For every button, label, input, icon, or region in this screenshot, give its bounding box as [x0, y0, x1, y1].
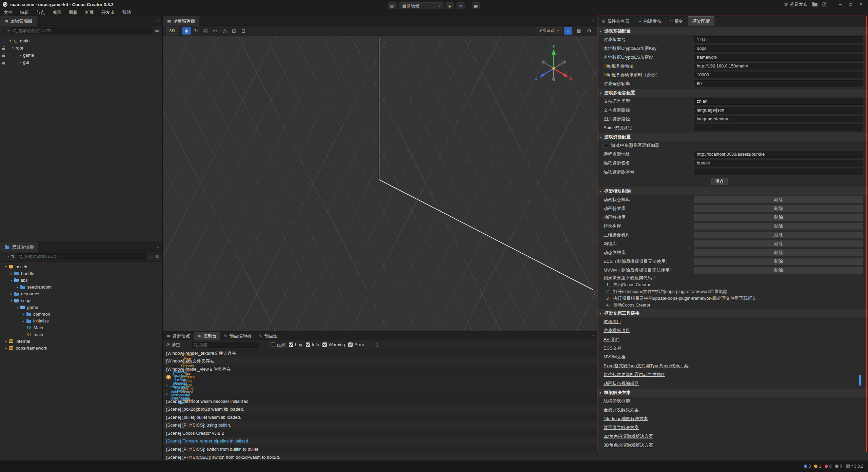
- tab-build-publish[interactable]: 构建发布: [634, 16, 666, 26]
- tab-service[interactable]: 服务: [666, 16, 688, 26]
- filter-log[interactable]: Log: [289, 342, 302, 347]
- field-input[interactable]: [694, 169, 863, 175]
- view-mode-dropdown[interactable]: 正常追踪 ▾: [535, 27, 562, 34]
- expand-arrow-icon[interactable]: [11, 46, 16, 50]
- hierarchy-search[interactable]: [11, 27, 153, 34]
- build-publish-button[interactable]: ⚒ 构建发布: [784, 1, 808, 7]
- tab-hierarchy[interactable]: ▤ 层级管理器: [0, 16, 37, 26]
- camera-preview-button[interactable]: ▦: [574, 27, 583, 35]
- menu-item[interactable]: 项目: [49, 9, 65, 16]
- tab-console[interactable]: ▣ 控制台: [194, 332, 220, 340]
- refresh-icon[interactable]: ↻: [156, 254, 159, 259]
- menu-item[interactable]: 帮助: [118, 9, 135, 16]
- log-file-icon[interactable]: ▯: [375, 342, 378, 347]
- 3d-toggle-button[interactable]: 3D: [166, 27, 178, 35]
- log-row[interactable]: ! › [Scene] meshopt wasm decoder initial…: [163, 397, 597, 405]
- expand-arrow-icon[interactable]: [9, 278, 14, 282]
- notice-count[interactable]: 0: [835, 464, 842, 469]
- maximize-button[interactable]: □: [846, 0, 856, 9]
- section-header-docs[interactable]: 框架文档工具链接: [597, 309, 868, 317]
- move-tool[interactable]: ⊕: [182, 27, 191, 35]
- expand-arrow-icon[interactable]: [18, 53, 23, 57]
- field-input[interactable]: 60: [694, 80, 863, 87]
- tab-assets[interactable]: 资源管理器: [0, 242, 38, 252]
- expand-arrow-icon[interactable]: [8, 39, 13, 43]
- remove-module-button[interactable]: 剔除: [694, 240, 863, 247]
- field-input[interactable]: http://192.168.0.150/main/: [694, 63, 863, 70]
- expand-arrow-icon[interactable]: ›: [166, 382, 168, 388]
- panel-menu-icon[interactable]: ≡: [591, 333, 594, 339]
- panel-menu-icon[interactable]: ≡: [591, 18, 594, 24]
- tree-node[interactable]: resources: [0, 290, 162, 297]
- info-count[interactable]: 3: [804, 464, 811, 469]
- tree-node[interactable]: oops-framework: [0, 345, 162, 351]
- doc-link[interactable]: API文档: [597, 335, 868, 344]
- tab-framework-config[interactable]: 框架配置: [688, 16, 714, 26]
- expand-arrow-icon[interactable]: [3, 265, 8, 269]
- filter-warning[interactable]: Warning: [322, 342, 345, 347]
- assets-search-input[interactable]: [24, 254, 145, 259]
- expand-arrow-icon[interactable]: [9, 299, 14, 302]
- menu-item[interactable]: 开发者: [98, 9, 118, 16]
- doc-link[interactable]: 动画状态机编辑器: [597, 379, 868, 388]
- remove-module-button[interactable]: 剔除: [694, 214, 863, 221]
- tab-property-inspector[interactable]: 属性检查器: [597, 16, 634, 26]
- filter-icon[interactable]: ≔: [155, 28, 159, 33]
- menu-item[interactable]: 编辑: [16, 9, 33, 16]
- lock-icon[interactable]: [1, 60, 6, 65]
- doc-link[interactable]: Excel格式转Json文件与TypeScript代码工具: [597, 361, 868, 370]
- solution-link[interactable]: 3D角色扮演游戏解决方案: [597, 441, 868, 450]
- menu-item[interactable]: 扩展: [81, 9, 98, 16]
- expand-arrow-icon[interactable]: [21, 319, 26, 323]
- log-row[interactable]: ! › [Scene] Forward render pipeline init…: [163, 437, 597, 445]
- log-row[interactable]: ! › [Scene] Cocos Creator v3.8.2: [163, 429, 597, 437]
- tree-node[interactable]: game: [0, 304, 162, 311]
- log-row[interactable]: ! › [Window] ecs文件夹存在: [163, 357, 597, 366]
- tab-animation-graph[interactable]: ∿ 动画图: [255, 332, 281, 340]
- solution-link[interactable]: 全栈开发解决方案: [597, 406, 868, 414]
- warning-count[interactable]: 1: [814, 464, 821, 469]
- inspector-scrollbar-thumb[interactable]: [859, 375, 861, 386]
- help-icon[interactable]: ?: [822, 2, 827, 7]
- filter-icon[interactable]: ≔: [149, 254, 154, 259]
- scene-light-toggle[interactable]: ☼: [564, 27, 572, 35]
- tree-node[interactable]: bundle: [0, 270, 162, 277]
- expand-arrow-icon[interactable]: [21, 312, 26, 316]
- tree-node[interactable]: internal: [0, 338, 162, 345]
- panel-menu-icon[interactable]: ≡: [157, 244, 159, 250]
- axis-gizmo[interactable]: Y X Z: [532, 45, 576, 89]
- doc-link[interactable]: 教程项目: [597, 317, 868, 326]
- scene-settings-button[interactable]: ⚙: [585, 27, 593, 35]
- expand-arrow-icon[interactable]: [9, 272, 14, 275]
- doc-link[interactable]: MVVM文档: [597, 353, 868, 361]
- minimize-button[interactable]: ─: [835, 0, 846, 9]
- create-asset-button[interactable]: ＋▾: [3, 254, 9, 260]
- expand-arrow-icon[interactable]: [3, 346, 8, 350]
- menu-item[interactable]: 面板: [65, 9, 81, 16]
- section-header-basic[interactable]: 游戏基础配置: [597, 27, 868, 35]
- solution-link[interactable]: 新手引导解决方案: [597, 423, 868, 432]
- remove-module-button[interactable]: 剔除: [694, 258, 863, 265]
- grid-snap-tool[interactable]: ⊟: [239, 27, 248, 35]
- field-input[interactable]: oops: [694, 45, 863, 52]
- remove-module-button[interactable]: 剔除: [694, 267, 863, 274]
- scene-viewport[interactable]: Y X Z: [163, 36, 597, 331]
- assets-search[interactable]: [17, 253, 147, 260]
- section-header-language[interactable]: 游戏多语言配置: [597, 89, 868, 97]
- log-row[interactable]: ! › [Scene] [bullet]:bullet wasm lib loa…: [163, 413, 597, 421]
- tree-node[interactable]: common: [0, 311, 162, 317]
- expand-arrow-icon[interactable]: [18, 60, 23, 64]
- rotate-tool[interactable]: ↻: [192, 27, 200, 35]
- rect-tool[interactable]: ▭: [211, 27, 219, 35]
- menu-item[interactable]: 文件: [0, 9, 16, 16]
- section-header-modules[interactable]: 框架模块剔除: [597, 187, 868, 195]
- doc-link[interactable]: ECS文档: [597, 344, 868, 353]
- field-input[interactable]: 10000: [694, 72, 863, 78]
- log-row[interactable]: ! › [Window] [Vue warn]: Property "onInp…: [163, 373, 168, 381]
- field-input[interactable]: 1.0.5: [694, 36, 863, 43]
- log-row[interactable]: ! › [Window] model_view文件夹存在: [163, 365, 597, 373]
- tree-node[interactable]: seedrandom: [0, 283, 162, 290]
- sort-icon[interactable]: ⇅: [11, 254, 15, 259]
- tree-node[interactable]: initialize: [0, 317, 162, 324]
- expand-arrow-icon[interactable]: [15, 285, 20, 289]
